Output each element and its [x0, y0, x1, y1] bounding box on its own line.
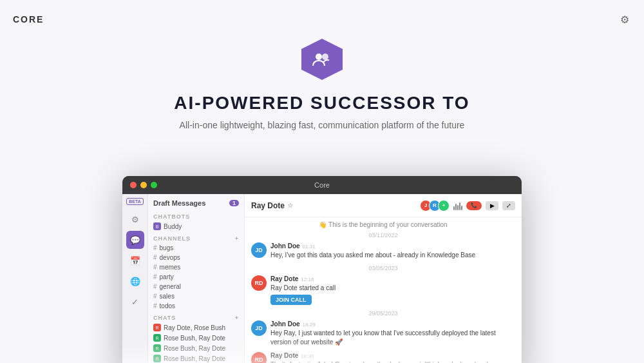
end-call-icon[interactable]: 📞: [466, 201, 482, 210]
channel-party[interactable]: #party: [148, 272, 244, 282]
sidebar-icon-calendar[interactable]: 📅: [126, 251, 144, 270]
logo: CORE: [13, 14, 44, 25]
chat-header: Ray Dote ☆ J R +: [245, 194, 522, 217]
sidebar-icon-check[interactable]: ✓: [126, 293, 144, 311]
chatbot-buddy[interactable]: B Buddy: [148, 221, 244, 231]
date-divider-3: 29/05/2023: [251, 310, 515, 317]
msg-avatar-johndoe-2: JD: [251, 320, 267, 336]
star-icon: ☆: [287, 202, 293, 209]
draft-count-badge: 1: [229, 200, 239, 206]
msg-text-2: Ray Dote started a call: [270, 284, 515, 293]
beta-badge: BETA: [126, 198, 144, 205]
msg-text-3: Hey Ray, I just wanted to let you know t…: [270, 329, 515, 347]
app-body: BETA ⚙ 💬 📅 🌐 ✓ Draft Messages 1 CHATBOTS…: [122, 194, 522, 363]
channel-devops[interactable]: #devops: [148, 253, 244, 262]
msg-content-1: John Doe 01:31 Hey, I've got this data y…: [270, 242, 515, 260]
msg-sender-3: John Doe: [270, 320, 300, 328]
msg-sender-4: Ray Dote: [270, 352, 298, 359]
msg-text-1: Hey, I've got this data you asked me abo…: [270, 251, 515, 260]
channel-todos[interactable]: #todos: [148, 301, 244, 311]
chat-avatar-3: R: [153, 344, 161, 352]
date-divider-1: 03/11/2022: [251, 232, 515, 239]
channel-sidebar: Draft Messages 1 CHATBOTS B Buddy CHANNE…: [148, 194, 245, 363]
msg-meta-4: Ray Dote 18:30: [270, 352, 515, 359]
icon-sidebar: BETA ⚙ 💬 📅 🌐 ✓: [122, 194, 148, 363]
participant-avatars: J R +: [422, 200, 450, 211]
msg-avatar-raydote-2: RD: [251, 352, 267, 363]
video-icon[interactable]: ▶: [486, 201, 498, 210]
close-button[interactable]: [130, 182, 137, 188]
chatbots-section: CHATBOTS: [148, 212, 244, 221]
audio-wave-icon: [453, 201, 462, 210]
msg-content-4: Ray Dote 18:30 That's fantastic, John! G…: [270, 352, 515, 363]
channel-sales[interactable]: #sales: [148, 291, 244, 301]
chat-item-2[interactable]: R Rose Bush, Ray Dote: [148, 333, 244, 343]
msg-sender-2: Ray Dote: [270, 275, 298, 282]
traffic-lights: [130, 182, 157, 188]
sidebar-icon-chat[interactable]: 💬: [126, 231, 144, 249]
settings-icon[interactable]: ⚙: [618, 13, 631, 26]
hero-title: AI-POWERED SUCCESSOR TO: [174, 93, 469, 113]
title-bar: Core: [122, 176, 522, 194]
draft-messages-header[interactable]: Draft Messages 1: [148, 194, 244, 210]
msg-text-4: That's fantastic, John! Great work on th…: [270, 360, 515, 363]
msg-meta-2: Ray Dote 12:16: [270, 275, 515, 282]
channel-general[interactable]: #general: [148, 282, 244, 291]
chats-section: CHATS +: [148, 313, 244, 322]
msg-time-4: 18:30: [301, 353, 314, 359]
participant-3-avatar: +: [438, 200, 450, 211]
header: CORE ⚙: [0, 0, 644, 39]
msg-time-1: 01:31: [303, 244, 316, 250]
chat-avatar-2: R: [153, 334, 161, 342]
conversation-start: 👋 This is the beginning of your conversa…: [251, 221, 515, 228]
hero-icon: [301, 39, 343, 80]
svg-point-1: [322, 54, 328, 60]
buddy-avatar: B: [153, 222, 161, 230]
app-window: Core BETA ⚙ 💬 📅 🌐 ✓ Draft Messages 1 CHA…: [122, 176, 522, 363]
sidebar-icon-globe[interactable]: 🌐: [126, 272, 144, 290]
messages-list: 👋 This is the beginning of your conversa…: [245, 217, 522, 363]
chat-item-3[interactable]: R Rose Bush, Ray Dote: [148, 343, 244, 353]
channel-memes[interactable]: #memes: [148, 262, 244, 272]
msg-avatar-raydote-1: RD: [251, 275, 267, 291]
maximize-button[interactable]: [151, 182, 157, 188]
channels-section: CHANNELS +: [148, 234, 244, 243]
chat-avatar-1: R: [153, 324, 161, 331]
chat-avatar-4: R: [153, 355, 161, 362]
chat-item-1[interactable]: R Ray Dote, Rose Bush: [148, 322, 244, 333]
chat-area: Ray Dote ☆ J R +: [245, 194, 522, 363]
join-call-button[interactable]: JOIN CALL: [270, 295, 312, 305]
message-row-3: JD John Doe 18:29 Hey Ray, I just wanted…: [251, 320, 515, 347]
window-title: Core: [314, 181, 330, 189]
message-row-2: RD Ray Dote 12:16 Ray Dote started a cal…: [251, 275, 515, 305]
msg-meta-1: John Doe 01:31: [270, 242, 515, 250]
minimize-button[interactable]: [140, 182, 147, 188]
chat-item-4[interactable]: R Rose Bush, Ray Dote: [148, 353, 244, 363]
date-divider-2: 03/05/2023: [251, 265, 515, 271]
svg-point-0: [316, 54, 322, 60]
message-row-1: JD John Doe 01:31 Hey, I've got this dat…: [251, 242, 515, 260]
chat-contact-name: Ray Dote ☆: [251, 201, 293, 210]
msg-meta-3: John Doe 18:29: [270, 320, 515, 328]
message-row-4: RD Ray Dote 18:30 That's fantastic, John…: [251, 352, 515, 363]
chat-header-actions: J R + 📞 ▶ ⤢: [422, 200, 515, 211]
msg-time-3: 18:29: [303, 322, 316, 328]
msg-content-3: John Doe 18:29 Hey Ray, I just wanted to…: [270, 320, 515, 347]
hero-subtitle: All-in-one lightweight, blazing fast, co…: [180, 120, 465, 130]
msg-content-2: Ray Dote 12:16 Ray Dote started a call J…: [270, 275, 515, 305]
draft-messages-label: Draft Messages: [153, 199, 205, 207]
msg-time-2: 12:16: [301, 277, 314, 282]
msg-avatar-johndoe-1: JD: [251, 242, 267, 258]
msg-sender-1: John Doe: [270, 242, 300, 250]
channel-bugs[interactable]: #bugs: [148, 243, 244, 253]
expand-icon[interactable]: ⤢: [502, 201, 515, 210]
sidebar-icon-settings[interactable]: ⚙: [126, 210, 144, 228]
